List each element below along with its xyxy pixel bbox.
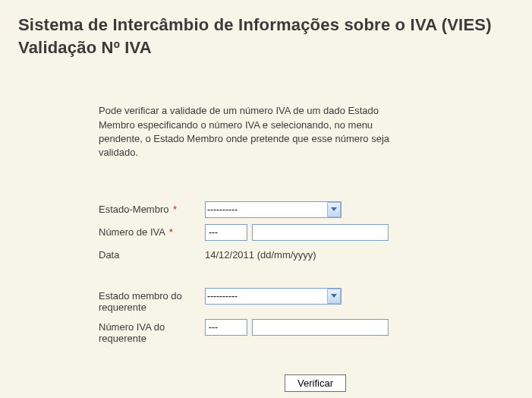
intro-text: Pode verificar a validade de um número I… [99, 104, 417, 160]
section-divider [99, 267, 532, 288]
page-title: Sistema de Intercâmbio de Informações so… [0, 0, 532, 58]
row-requester-state: Estado membro do requerente ---------- [99, 288, 532, 313]
member-state-select[interactable]: ---------- [205, 201, 342, 218]
label-requester-state: Estado membro do requerente [99, 288, 205, 313]
row-vat-number: Número de IVA * [99, 224, 532, 241]
label-member-state-text: Estado-Membro [99, 204, 168, 215]
row-member-state: Estado-Membro * ---------- [99, 201, 532, 218]
vat-country-code-input[interactable] [205, 224, 247, 241]
label-date: Data [99, 247, 205, 261]
required-marker: * [173, 204, 177, 215]
label-vat-number: Número de IVA * [99, 224, 205, 238]
requester-state-select[interactable]: ---------- [205, 288, 342, 305]
label-member-state: Estado-Membro * [99, 201, 205, 215]
submit-row: Verificar [99, 374, 532, 392]
row-requester-vat: Número IVA do requerente [99, 319, 532, 344]
vat-number-input[interactable] [252, 224, 389, 241]
requester-country-code-input[interactable] [205, 319, 247, 336]
required-marker: * [169, 226, 173, 238]
label-vat-number-text: Número de IVA [99, 226, 165, 238]
row-date: Data 14/12/2011 (dd/mm/yyyy) [99, 247, 532, 261]
requester-vat-number-input[interactable] [252, 319, 389, 336]
vies-form: Estado-Membro * ---------- Número de IVA… [99, 201, 532, 392]
verify-button[interactable]: Verificar [285, 374, 346, 392]
date-value: 14/12/2011 (dd/mm/yyyy) [205, 247, 316, 261]
label-requester-vat: Número IVA do requerente [99, 319, 205, 344]
